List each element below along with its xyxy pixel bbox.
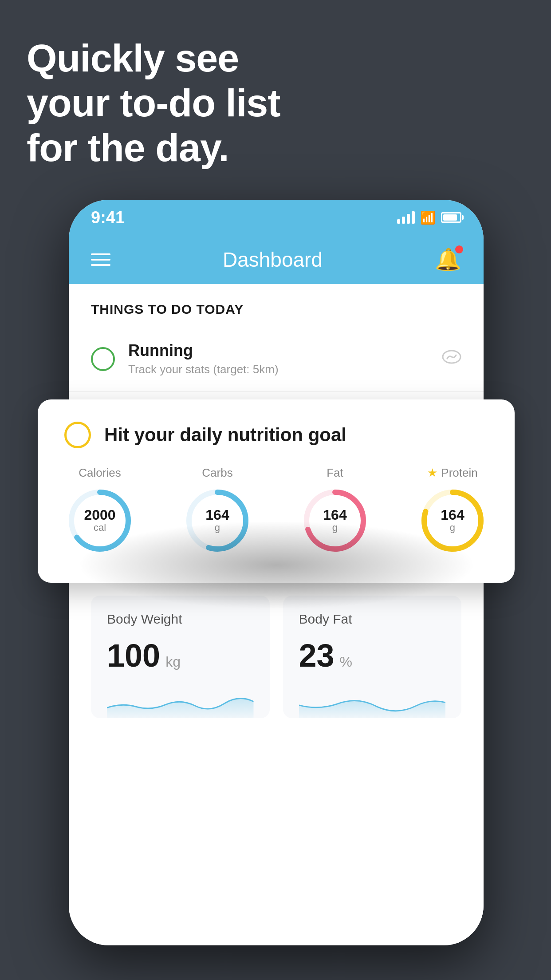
body-weight-value: 100 <box>107 637 160 674</box>
body-weight-unit: kg <box>165 654 181 670</box>
carbs-value: 164 <box>205 508 229 522</box>
wifi-icon: 📶 <box>420 210 436 225</box>
nutrition-check-circle <box>64 422 91 448</box>
body-fat-unit: % <box>340 654 352 670</box>
body-weight-label: Body Weight <box>107 612 254 627</box>
headline: Quickly see your to-do list for the day. <box>27 36 280 170</box>
body-fat-card[interactable]: Body Fat 23 % <box>283 596 462 718</box>
headline-line3: for the day. <box>27 125 280 170</box>
protein-label-row: ★ Protein <box>427 466 477 480</box>
signal-bars-icon <box>397 211 415 224</box>
calories-value: 2000 <box>84 508 115 522</box>
progress-cards: Body Weight 100 kg <box>91 596 461 718</box>
status-time: 9:41 <box>91 208 125 227</box>
star-icon: ★ <box>427 466 437 480</box>
things-to-do-header: THINGS TO DO TODAY <box>69 284 484 326</box>
header-title: Dashboard <box>223 248 323 272</box>
todo-title-running: Running <box>128 341 429 360</box>
body-fat-value: 23 <box>299 637 335 674</box>
todo-running[interactable]: Running Track your stats (target: 5km) <box>69 326 484 391</box>
carbs-label: Carbs <box>202 466 232 480</box>
status-icons: 📶 <box>397 210 461 225</box>
todo-circle-running <box>91 347 115 371</box>
protein-value: 164 <box>441 508 464 522</box>
protein-label: Protein <box>441 466 477 480</box>
notification-bell-button[interactable]: 🔔 <box>435 247 461 272</box>
notification-dot <box>455 245 463 253</box>
todo-subtitle-running: Track your stats (target: 5km) <box>128 363 429 376</box>
headline-line2: your to-do list <box>27 80 280 125</box>
fat-value: 164 <box>323 508 346 522</box>
headline-line1: Quickly see <box>27 36 280 80</box>
fat-label: Fat <box>327 466 343 480</box>
body-weight-card[interactable]: Body Weight 100 kg <box>91 596 270 718</box>
card-shadow <box>77 521 476 609</box>
battery-icon <box>441 212 461 223</box>
phone-content: THINGS TO DO TODAY Running Track your st… <box>69 284 484 945</box>
running-icon <box>442 349 461 369</box>
app-header: Dashboard 🔔 <box>69 235 484 284</box>
calories-label: Calories <box>79 466 121 480</box>
menu-button[interactable] <box>91 253 110 266</box>
status-bar: 9:41 📶 <box>69 200 484 235</box>
nutrition-card-title: Hit your daily nutrition goal <box>104 424 346 446</box>
body-fat-chart <box>299 687 446 718</box>
nutrition-goal-card[interactable]: Hit your daily nutrition goal Calories 2… <box>38 399 515 583</box>
body-fat-label: Body Fat <box>299 612 446 627</box>
body-weight-chart <box>107 687 254 718</box>
